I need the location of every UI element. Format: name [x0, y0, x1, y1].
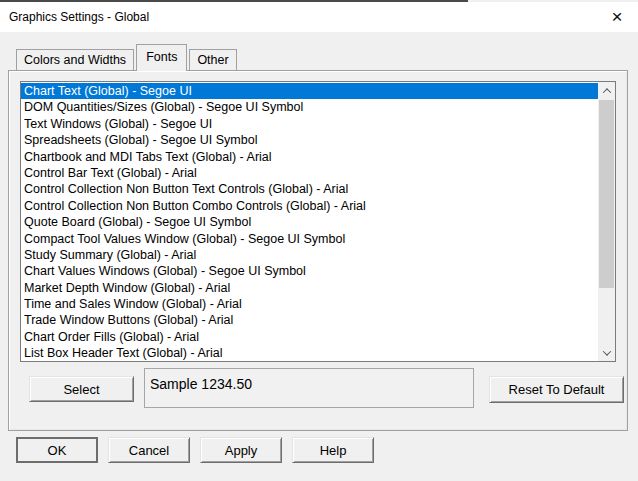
list-item[interactable]: Quote Board (Global) - Segoe UI Symbol	[21, 214, 598, 230]
font-settings-listbox: Chart Text (Global) - Segoe UI DOM Quant…	[20, 81, 616, 362]
list-item[interactable]: Control Collection Non Button Text Contr…	[21, 181, 598, 197]
list-item[interactable]: Chart Order Fills (Global) - Arial	[21, 329, 598, 345]
window-title: Graphics Settings - Global	[9, 10, 149, 24]
list-item[interactable]: Chart Values Windows (Global) - Segoe UI…	[21, 263, 598, 279]
apply-button[interactable]: Apply	[200, 437, 282, 463]
close-icon[interactable]: ×	[602, 2, 632, 32]
graphics-settings-dialog: Graphics Settings - Global × Colors and …	[0, 0, 638, 481]
sample-preview-box: Sample 1234.50	[144, 368, 474, 408]
tab-strip: Colors and Widths Fonts Other	[16, 44, 239, 70]
reset-to-default-button[interactable]: Reset To Default	[489, 376, 624, 403]
list-item[interactable]: Control Collection Non Button Combo Cont…	[21, 198, 598, 214]
scrollbar-thumb[interactable]	[599, 100, 614, 288]
list-item[interactable]: DOM Quantities/Sizes (Global) - Segoe UI…	[21, 99, 598, 115]
cancel-button[interactable]: Cancel	[108, 437, 190, 463]
list-item[interactable]: Study Summary (Global) - Arial	[21, 247, 598, 263]
font-settings-list: Chart Text (Global) - Segoe UI DOM Quant…	[21, 83, 598, 361]
select-button[interactable]: Select	[29, 376, 134, 402]
list-item[interactable]: Text Windows (Global) - Segoe UI	[21, 116, 598, 132]
vertical-scrollbar[interactable]	[598, 82, 615, 361]
ok-button[interactable]: OK	[16, 437, 98, 463]
list-item[interactable]: Control Bar Text (Global) - Arial	[21, 165, 598, 181]
titlebar: Graphics Settings - Global ×	[0, 2, 638, 32]
tab-colors-and-widths[interactable]: Colors and Widths	[16, 49, 134, 70]
help-button[interactable]: Help	[292, 437, 374, 463]
list-item[interactable]: Time and Sales Window (Global) - Arial	[21, 296, 598, 312]
scroll-down-button[interactable]	[598, 344, 615, 361]
scroll-up-button[interactable]	[598, 82, 615, 99]
list-item[interactable]: Chartbook and MDI Tabs Text (Global) - A…	[21, 149, 598, 165]
list-item[interactable]: Trade Window Buttons (Global) - Arial	[21, 312, 598, 328]
fonts-tab-panel: Chart Text (Global) - Segoe UI DOM Quant…	[8, 70, 628, 431]
list-item[interactable]: Compact Tool Values Window (Global) - Se…	[21, 231, 598, 247]
chevron-down-icon	[602, 347, 610, 355]
chevron-up-icon	[602, 88, 610, 96]
list-item[interactable]: Market Depth Window (Global) - Arial	[21, 280, 598, 296]
tab-fonts[interactable]: Fonts	[136, 44, 187, 71]
list-item-selected[interactable]: Chart Text (Global) - Segoe UI	[21, 83, 598, 99]
list-item[interactable]: List Box Header Text (Global) - Arial	[21, 345, 598, 361]
tab-other[interactable]: Other	[189, 49, 236, 70]
list-item[interactable]: Spreadsheets (Global) - Segoe UI Symbol	[21, 132, 598, 148]
sample-text: Sample 1234.50	[150, 376, 252, 392]
